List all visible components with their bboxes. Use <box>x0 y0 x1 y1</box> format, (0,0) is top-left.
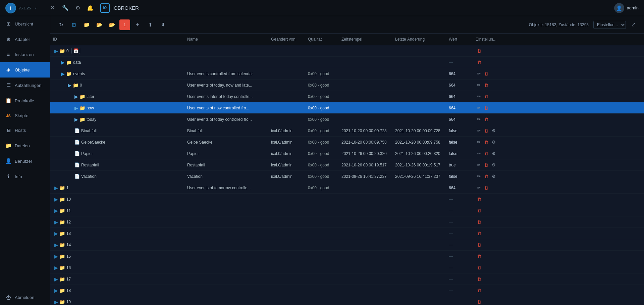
sidebar-item-hosts[interactable]: 🖥 Hosts <box>0 123 50 138</box>
delete-button[interactable]: 🗑 <box>476 253 483 259</box>
user-area[interactable]: 👤 admin <box>614 3 639 13</box>
settings-dropdown[interactable]: Einstellun... <box>593 21 626 29</box>
delete-button[interactable]: 🗑 <box>476 48 483 54</box>
sidebar-item-info[interactable]: ℹ Info <box>0 169 50 184</box>
table-row[interactable]: ▶ 📁eventsUser events controlled from cal… <box>50 68 644 80</box>
eye-icon[interactable]: 👁 <box>50 5 55 11</box>
edit-button[interactable]: ✏ <box>476 70 482 77</box>
edit-button[interactable]: ✏ <box>476 116 482 122</box>
delete-button[interactable]: 🗑 <box>483 139 490 145</box>
table-row[interactable]: ▶ 📁data—🗑 <box>50 57 644 68</box>
table-row[interactable]: ▶ 📁todayUser events of today controlled … <box>50 114 644 125</box>
delete-button[interactable]: 🗑 <box>476 196 483 202</box>
delete-button[interactable]: 🗑 <box>483 128 490 134</box>
gear-button[interactable]: ⚙ <box>490 150 497 157</box>
delete-button[interactable]: 🗑 <box>476 276 483 282</box>
sidebar-item-dateien[interactable]: 📁 Dateien <box>0 138 50 153</box>
sidebar-item-aufzahlungen[interactable]: ☰ Aufzählungen <box>0 78 50 93</box>
edit-button[interactable]: ✏ <box>476 185 482 191</box>
edit-button[interactable]: ✏ <box>476 162 482 168</box>
delete-button[interactable]: 🗑 <box>483 173 490 180</box>
folder-teal-button[interactable]: 📂 <box>94 19 105 30</box>
sidebar-item-ubersicht[interactable]: ⊞ Übersicht <box>0 16 50 32</box>
cell-timestamp <box>339 114 392 125</box>
delete-button[interactable]: 🗑 <box>476 207 483 214</box>
delete-button[interactable]: 🗑 <box>476 264 483 271</box>
delete-button[interactable]: 🗑 <box>483 93 490 100</box>
sidebar-item-skripte[interactable]: JS Skripte <box>0 108 50 123</box>
table-row[interactable]: ▶ 📁11—🗑 <box>50 205 644 216</box>
calendar-icon[interactable]: 📅 <box>71 48 80 54</box>
delete-button[interactable]: 🗑 <box>476 230 483 237</box>
folder-blue-button[interactable]: 📂 <box>107 19 117 30</box>
settings-icon[interactable]: ⚙ <box>75 5 80 11</box>
badge-button[interactable]: 1 <box>119 19 130 30</box>
delete-button[interactable]: 🗑 <box>483 70 490 77</box>
table-row[interactable]: 📄 VacationVacationical.0/admin0x00 - goo… <box>50 171 644 182</box>
gear-button[interactable]: ⚙ <box>490 128 497 134</box>
add-button[interactable]: + <box>132 19 143 30</box>
table-row[interactable]: ▶ 📁12—🗑 <box>50 216 644 228</box>
delete-button[interactable]: 🗑 <box>483 105 490 111</box>
folder-button[interactable]: 📁 <box>81 19 92 30</box>
sidebar-item-benutzer[interactable]: 👤 Benutzer <box>0 153 50 169</box>
cell-value: — <box>446 251 473 262</box>
table-row[interactable]: ▶ 📁18—🗑 <box>50 285 644 296</box>
sidebar-item-protokolle[interactable]: 📋 Protokolle <box>0 93 50 108</box>
delete-button[interactable]: 🗑 <box>476 219 483 225</box>
delete-button[interactable]: 🗑 <box>476 59 483 65</box>
upload-button[interactable]: ⬆ <box>145 19 156 30</box>
cell-timestamp <box>339 91 392 102</box>
delete-button[interactable]: 🗑 <box>476 242 483 248</box>
sidebar-item-objekte[interactable]: ◈ Objekte <box>0 62 50 78</box>
sidebar-item-adapter[interactable]: ⊕ Adapter <box>0 32 50 47</box>
refresh-button[interactable]: ↻ <box>56 19 66 30</box>
table-row[interactable]: ▶ 📁1User events of tomorrow controlle...… <box>50 182 644 194</box>
table-view-button[interactable]: ⊞ <box>68 19 79 30</box>
expand-button[interactable]: ⤢ <box>628 19 639 30</box>
table-row[interactable]: 📄 RestabfallRestabfallical.0/admin0x00 -… <box>50 159 644 171</box>
collapse-icon[interactable]: ‹ <box>35 5 37 11</box>
download-button[interactable]: ⬇ <box>158 19 168 30</box>
delete-button[interactable]: 🗑 <box>483 150 490 157</box>
table-row[interactable]: ▶ 📁10—🗑 <box>50 194 644 205</box>
update-icon[interactable]: 🔔 <box>87 5 94 11</box>
table-row[interactable]: ▶ 📁19—🗑 <box>50 296 644 305</box>
wrench-icon[interactable]: 🔧 <box>62 5 69 11</box>
dash-value: — <box>449 49 453 53</box>
edit-button[interactable]: ✏ <box>476 93 482 100</box>
table-row[interactable]: 📄 GelbeSaeckeGelbe Saeckeical.0/admin0x0… <box>50 137 644 148</box>
table-row[interactable]: ▶ 📁laterUser events later of today contr… <box>50 91 644 102</box>
table-row[interactable]: ▶ 📁13—🗑 <box>50 228 644 239</box>
sidebar-item-instanzen[interactable]: ≡ Instanzen <box>0 47 50 62</box>
edit-button[interactable]: ✏ <box>476 128 482 134</box>
table-row[interactable]: ▶ 📁nowUser events of now controlled fro.… <box>50 102 644 114</box>
table-row[interactable]: ▶ 📁0User events of today, now and late..… <box>50 80 644 91</box>
edit-button[interactable]: ✏ <box>476 173 482 180</box>
edit-button[interactable]: ✏ <box>476 150 482 157</box>
delete-button[interactable]: 🗑 <box>483 82 490 88</box>
gear-button[interactable]: ⚙ <box>490 173 497 180</box>
edit-button[interactable]: ✏ <box>476 82 482 88</box>
table-row[interactable]: ▶ 📁16—🗑 <box>50 262 644 273</box>
table-row[interactable]: ▶ 📁0📅—🗑 <box>50 45 644 57</box>
table-row[interactable]: ▶ 📁14—🗑 <box>50 239 644 251</box>
cell-quality <box>305 228 339 239</box>
gear-button[interactable]: ⚙ <box>490 139 497 145</box>
table-row[interactable]: ▶ 📁17—🗑 <box>50 273 644 285</box>
delete-button[interactable]: 🗑 <box>483 185 490 191</box>
table-row[interactable]: 📄 PapierPapierical.0/admin0x00 - good202… <box>50 148 644 159</box>
cell-actions: 🗑 <box>473 194 644 205</box>
edit-button[interactable]: ✏ <box>476 139 482 145</box>
gear-button[interactable]: ⚙ <box>490 162 497 168</box>
cell-lastchange <box>392 57 446 68</box>
delete-button[interactable]: 🗑 <box>476 287 483 294</box>
cell-lastchange <box>392 228 446 239</box>
delete-button[interactable]: 🗑 <box>476 299 483 305</box>
table-row[interactable]: ▶ 📁15—🗑 <box>50 251 644 262</box>
sidebar-item-abmelden[interactable]: ⏻ Abmelden <box>0 290 50 305</box>
delete-button[interactable]: 🗑 <box>483 116 490 122</box>
table-row[interactable]: 📄 BioabfallBioabfallical.0/admin0x00 - g… <box>50 125 644 137</box>
delete-button[interactable]: 🗑 <box>483 162 490 168</box>
edit-button[interactable]: ✏ <box>476 105 482 111</box>
